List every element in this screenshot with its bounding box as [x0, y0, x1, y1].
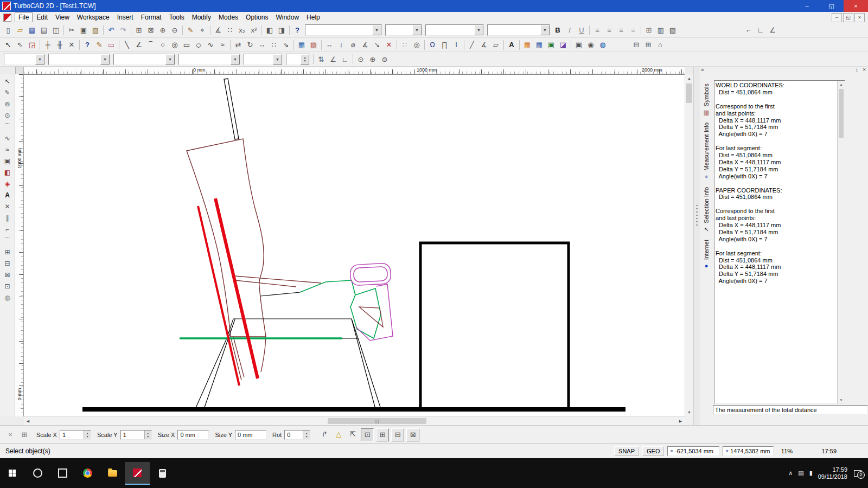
deselect-icon[interactable]: ×	[4, 429, 16, 441]
local-snap-icon[interactable]: ⇅	[315, 53, 327, 65]
snap-toggle-button[interactable]: SNAP	[614, 446, 639, 456]
child-close-button[interactable]: ×	[854, 13, 865, 22]
mirror-tool-icon[interactable]: ↔	[256, 39, 268, 51]
size-y-field[interactable]: 0 mm	[235, 430, 266, 440]
image-tool-4-icon[interactable]: ◪	[557, 39, 569, 51]
panel-dock-icon[interactable]: ↕	[856, 67, 858, 73]
print-icon[interactable]: ▤	[38, 24, 50, 36]
palette-corner-icon[interactable]: ⌐	[1, 223, 14, 235]
rotate-tool-icon[interactable]: ↻	[244, 39, 256, 51]
dim-leader-icon[interactable]: ↘	[371, 39, 383, 51]
geo-toggle-button[interactable]: GEO	[642, 446, 664, 456]
snap-middle-icon[interactable]: ╫	[54, 39, 66, 51]
eraser-icon[interactable]: ▭	[105, 39, 117, 51]
dropdown-arrow-icon[interactable]: ▼	[100, 54, 110, 65]
tab-selection-info[interactable]: Selection Info↖	[700, 184, 713, 236]
design-director-icon[interactable]: ◲	[26, 39, 38, 51]
palette-parallel-icon[interactable]: ∥	[1, 212, 14, 223]
scroll-down-icon[interactable]: ▼	[685, 408, 693, 416]
dim-vertical-icon[interactable]: ↕	[335, 39, 347, 51]
palette-grid-2-icon[interactable]: ⊟	[1, 258, 14, 269]
window-split-icon[interactable]: ⊠	[406, 428, 419, 441]
zoom-out-icon[interactable]: ⊖	[169, 24, 181, 36]
image-tool-1-icon[interactable]: ▦	[521, 39, 533, 51]
spline-tool-icon[interactable]: ∿	[205, 39, 216, 51]
arc-tool-icon[interactable]: ⌒	[145, 39, 157, 51]
menu-edit[interactable]: Edit	[33, 12, 52, 22]
menu-tools[interactable]: Tools	[165, 12, 188, 22]
library-tool-icon[interactable]: ⌂	[654, 39, 666, 51]
snap-intersection-icon[interactable]: ✕	[66, 39, 78, 51]
size-x-field[interactable]: 0 mm	[177, 430, 209, 440]
brush-style-icon[interactable]: ✎	[93, 39, 105, 51]
property-combo-2-dropdown[interactable]: ▼	[48, 54, 110, 65]
quadrant-snap-icon[interactable]: ⊕	[367, 53, 379, 65]
palette-grid-4-icon[interactable]: ⊡	[1, 280, 14, 292]
tab-measurement-info[interactable]: Measurement Info⌖	[700, 119, 713, 184]
align-right-icon[interactable]: ≡	[615, 24, 627, 36]
maximize-button[interactable]: ◱	[819, 0, 844, 12]
palette-grid-3-icon[interactable]: ⊠	[1, 269, 14, 280]
sheet-setup-icon[interactable]: ◨	[276, 24, 288, 36]
minimize-button[interactable]: –	[795, 0, 819, 12]
zoom-window-icon[interactable]: ⊞	[133, 24, 145, 36]
measure-area-icon[interactable]: ▱	[490, 39, 502, 51]
menu-modes[interactable]: Modes	[215, 12, 242, 22]
scroll-up-icon[interactable]: ▲	[685, 74, 693, 82]
palette-circle-icon[interactable]: ⊙	[1, 110, 14, 121]
panel-expand-icon[interactable]: »	[701, 67, 704, 73]
align-justify-icon[interactable]: ≡	[627, 24, 639, 36]
style-combo-dropdown[interactable]: ▼	[305, 24, 382, 36]
cut-icon[interactable]: ✂	[66, 24, 78, 36]
zoom-in-icon[interactable]: ⊕	[157, 24, 169, 36]
vertical-ruler[interactable]: 1000 mm 0 mm	[15, 74, 24, 416]
assemble-tool-icon[interactable]: ⇘	[280, 39, 292, 51]
horizontal-scrollbar[interactable]: ◀ ||| ▶	[24, 416, 685, 425]
rect-tool-icon[interactable]: ▭	[181, 39, 193, 51]
format-painter-icon[interactable]: ✎	[184, 24, 196, 36]
camera-tool-icon[interactable]: ▣	[573, 39, 585, 51]
chrome-button[interactable]	[75, 462, 100, 485]
center-snap-icon[interactable]: ⊙	[355, 53, 367, 65]
property-spin-dropdown[interactable]: ▲▼	[286, 54, 310, 65]
scale-x-spinner[interactable]: ▲▼	[84, 431, 91, 439]
symbol-pi-icon[interactable]: ∏	[438, 39, 450, 51]
zoom-extents-icon[interactable]: ⊠	[145, 24, 157, 36]
move-tool-icon[interactable]: ⇄	[232, 39, 244, 51]
snap-toggle-icon[interactable]: ⌖	[196, 24, 208, 36]
edit-select-icon[interactable]: ⇖	[14, 39, 26, 51]
polyline-tool-icon[interactable]: ∠	[133, 39, 145, 51]
add-view-icon[interactable]: ▧	[667, 24, 679, 36]
child-restore-button[interactable]: ◱	[843, 13, 853, 22]
menu-file[interactable]: File	[15, 12, 33, 22]
image-tool-3-icon[interactable]: ▣	[545, 39, 557, 51]
palette-arc-dim-icon[interactable]: ⌒	[1, 235, 14, 246]
panel-scroll-thumb[interactable]	[839, 89, 844, 138]
palette-curve-icon[interactable]: ≈	[1, 144, 14, 155]
image-tool-2-icon[interactable]: ▦	[533, 39, 545, 51]
palette-pick-icon[interactable]: ◈	[1, 178, 14, 189]
bold-icon[interactable]: B	[552, 24, 564, 36]
grid-lock-icon[interactable]: ⊞	[18, 429, 30, 441]
panel-scroll-up-icon[interactable]: ▲	[838, 81, 845, 88]
panel-scroll-down-icon[interactable]: ▼	[838, 396, 845, 403]
select-by-icon[interactable]: ⇱	[347, 428, 359, 440]
text-cursor-icon[interactable]: I	[450, 39, 462, 51]
array-tool-icon[interactable]: ∷	[268, 39, 280, 51]
dropdown-arrow-icon[interactable]: ▼	[474, 25, 483, 35]
turbocad-button[interactable]	[125, 462, 150, 485]
dim-style-1-icon[interactable]: ⌐	[743, 24, 755, 36]
line-tool-icon[interactable]: ╲	[121, 39, 133, 51]
document-icon[interactable]	[3, 14, 11, 22]
measure-distance-icon[interactable]: ╱	[466, 39, 478, 51]
align-left-icon[interactable]: ≡	[591, 24, 603, 36]
grid-snap-icon[interactable]: ∷	[399, 39, 411, 51]
dropdown-arrow-icon[interactable]: ▲▼	[301, 54, 309, 65]
tangent-snap-icon[interactable]: ⊜	[379, 53, 391, 65]
menu-insert[interactable]: Insert	[113, 12, 137, 22]
menu-modify[interactable]: Modify	[188, 12, 215, 22]
close-button[interactable]: ×	[844, 0, 868, 12]
start-button[interactable]	[0, 462, 25, 485]
menu-window[interactable]: Window	[272, 12, 303, 22]
query-point-icon[interactable]: ◎	[411, 39, 423, 51]
